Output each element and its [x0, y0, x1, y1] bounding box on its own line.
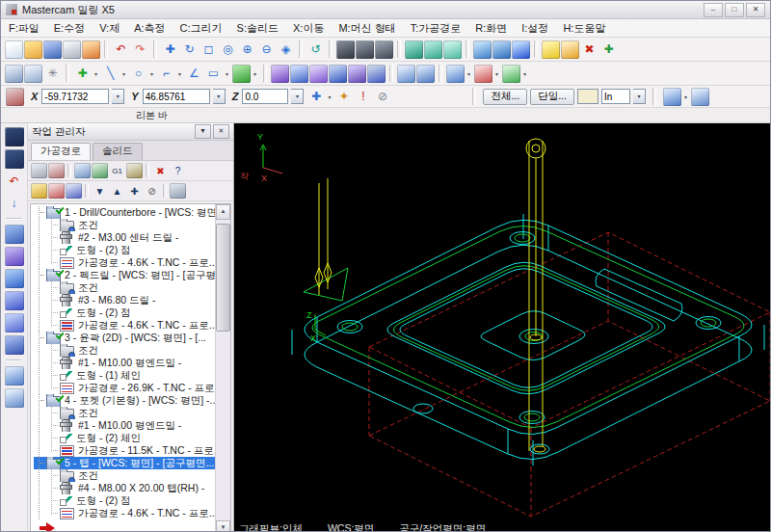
- tree-item-parameters[interactable]: 조건: [34, 407, 215, 419]
- tree-operation[interactable]: 1 - Drill/Counterbore - [WCS: 평면: [34, 206, 215, 219]
- save-file-icon[interactable]: [43, 40, 62, 59]
- wireframe-view-icon[interactable]: [424, 40, 442, 59]
- autocursor-icon[interactable]: ✚: [306, 88, 325, 106]
- create-chamfer-icon[interactable]: ∠: [185, 65, 203, 83]
- create-rectangle-icon[interactable]: ▭: [204, 65, 223, 83]
- post-g1-icon[interactable]: G1: [109, 163, 125, 178]
- backplot-icon[interactable]: [74, 163, 91, 178]
- select-all-operations-icon[interactable]: [31, 163, 47, 178]
- tree-item-tool[interactable]: #4 - M8.00 X 20.00 탭(RH) -: [34, 482, 215, 494]
- dynamic-rotate-icon[interactable]: ↻: [180, 40, 199, 59]
- create-fillet-icon-dropdown[interactable]: ▾: [175, 65, 184, 83]
- tree-item-tool[interactable]: #1 - M10.00 평엔드밀 -: [34, 357, 215, 369]
- zoom-target-icon[interactable]: ◎: [219, 40, 237, 59]
- solid-extrude-icon[interactable]: [232, 65, 251, 83]
- create-line-endpoint-icon[interactable]: ╲: [101, 65, 120, 83]
- grid-toggle-icon[interactable]: [5, 366, 24, 386]
- tree-item-parameters[interactable]: 조건: [34, 219, 215, 231]
- create-rectangle-icon-dropdown[interactable]: ▾: [223, 65, 231, 83]
- toolpath-face-icon[interactable]: [329, 65, 347, 83]
- toolpath-surface-icon[interactable]: [348, 65, 366, 83]
- level-manager-icon[interactable]: [5, 225, 24, 244]
- tree-item-geometry[interactable]: 도형 - (1) 체인: [34, 369, 215, 382]
- panel-menu-button[interactable]: ▼: [195, 124, 211, 139]
- analyze-entity-icon[interactable]: [336, 40, 355, 59]
- shaded-view-icon[interactable]: [405, 40, 423, 59]
- tree-item-toolpath[interactable]: 가공경로 - 11.5K - T.NC - 프로...: [34, 444, 215, 457]
- menu-t[interactable]: T:가공경로: [411, 21, 462, 36]
- grid-settings-icon[interactable]: [446, 65, 465, 83]
- tree-operation[interactable]: 3 - 윤곽 (2D) - [WCS: 평면] - [...: [34, 332, 215, 344]
- toggle-toolpath-display-icon[interactable]: [48, 183, 65, 199]
- solids-create-icon[interactable]: [5, 149, 24, 169]
- tree-item-parameters[interactable]: 조건: [34, 469, 215, 482]
- machine-group-icon[interactable]: [5, 291, 24, 310]
- scroll-down-button[interactable]: ▼: [216, 520, 230, 532]
- panel-close-button[interactable]: ✕: [213, 124, 229, 139]
- tree-item-toolpath[interactable]: 가공경로 - 4.6K - T.NC - 프로...: [34, 319, 215, 332]
- grid-settings-icon-dropdown[interactable]: ▾: [465, 65, 473, 83]
- ortho-toggle-icon[interactable]: [691, 88, 709, 106]
- pan-icon[interactable]: ✚: [161, 40, 179, 59]
- minimize-button[interactable]: –: [704, 3, 723, 17]
- attributes-warning-icon[interactable]: !: [354, 88, 372, 106]
- control-def-icon[interactable]: [5, 313, 24, 332]
- menu-x[interactable]: X:이동: [293, 21, 324, 36]
- tree-item-toolpath[interactable]: 가공경로 - 26.9K - T.NC - 프로...: [34, 382, 215, 394]
- menu-s[interactable]: S:솔리드: [237, 21, 279, 36]
- zoom-out-icon[interactable]: ⊖: [257, 40, 276, 59]
- toolpath-pocket-icon[interactable]: [309, 65, 328, 83]
- graphics-viewport[interactable]: Y 작 X Z X 그래픽뷰:입체 WCS:평면 공구/작업평면:평면: [234, 123, 770, 532]
- sphere-icon[interactable]: [512, 40, 530, 59]
- tree-scrollbar[interactable]: ▲ ▼: [215, 204, 230, 532]
- units-input[interactable]: [601, 89, 630, 104]
- tree-operation[interactable]: 4 - 포켓 (기본형) - [WCS: 평면] -...: [34, 394, 215, 407]
- open-file-icon[interactable]: [24, 40, 42, 59]
- trim-break-icon[interactable]: [5, 65, 23, 83]
- move-insert-down-icon[interactable]: ▼: [92, 183, 108, 199]
- menu-v[interactable]: V:제: [99, 21, 120, 36]
- tree-item-tool[interactable]: #2 - M3.00 센터 드릴 -: [34, 231, 215, 244]
- gview-iso-icon[interactable]: [492, 40, 511, 59]
- planes-settings-icon-dropdown[interactable]: ▾: [520, 65, 529, 83]
- screen-stats-icon[interactable]: [5, 388, 24, 408]
- gview-top-icon[interactable]: [473, 40, 492, 59]
- trim-divide-icon[interactable]: [24, 65, 42, 83]
- wcs-settings-icon[interactable]: [474, 65, 492, 83]
- repaint-icon[interactable]: ↺: [306, 40, 325, 59]
- move-insert-up-icon[interactable]: ▲: [109, 183, 125, 199]
- tree-operation[interactable]: 2 - 펙드릴 - [WCS: 평면] - [공구평...: [34, 269, 215, 281]
- tab-toolpaths[interactable]: 가공경로: [31, 143, 91, 160]
- scroll-track[interactable]: [216, 220, 230, 520]
- lock-icon[interactable]: [31, 183, 47, 199]
- menu-r[interactable]: R:화면: [475, 21, 507, 36]
- translucent-view-icon[interactable]: [443, 40, 462, 59]
- z-coordinate-input[interactable]: [242, 89, 288, 104]
- toolpath-drill-icon[interactable]: [290, 65, 308, 83]
- tab-solids[interactable]: 솔리드: [93, 143, 143, 160]
- panel-header[interactable]: 작업 관리자 ▼ ✕: [28, 123, 233, 141]
- help-icon[interactable]: ?: [170, 163, 186, 178]
- select-single-button[interactable]: 단일...: [530, 89, 574, 105]
- z-dropdown[interactable]: ▾: [291, 89, 304, 104]
- undo-last-icon[interactable]: ↶: [5, 172, 24, 191]
- converters-icon[interactable]: [82, 40, 100, 59]
- planes-settings-icon[interactable]: [502, 65, 520, 83]
- gview-grid-icon[interactable]: [663, 88, 681, 106]
- scroll-insert-icon[interactable]: ✚: [126, 183, 143, 199]
- toggle-rapid-display-icon[interactable]: [66, 183, 82, 199]
- insert-arrow-row[interactable]: [40, 521, 215, 532]
- xform-mirror-icon[interactable]: ✳: [43, 65, 62, 83]
- import-file-icon[interactable]: ↓: [5, 194, 24, 213]
- create-line-icon[interactable]: [561, 40, 579, 59]
- autocursor-icon-dropdown[interactable]: ▾: [325, 88, 333, 106]
- select-all-button[interactable]: 전체...: [483, 89, 527, 105]
- tree-item-toolpath[interactable]: 가공경로 - 4.6K - T.NC - 프로...: [34, 507, 215, 519]
- only-display-selected-icon[interactable]: [170, 183, 186, 199]
- ribbon-bar[interactable]: 리본 바: [1, 108, 770, 123]
- print-icon[interactable]: [63, 40, 81, 59]
- viewport-single-icon[interactable]: [397, 65, 415, 83]
- attribute-color-swatch[interactable]: [577, 89, 598, 104]
- y-coordinate-input[interactable]: [143, 89, 210, 104]
- tree-item-parameters[interactable]: 조건: [34, 344, 215, 357]
